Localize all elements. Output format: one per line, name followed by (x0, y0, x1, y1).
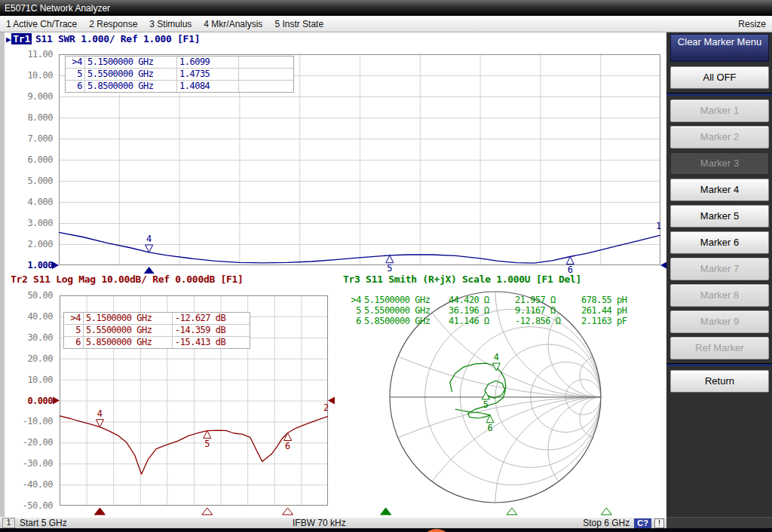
menubar: 1 Active Ch/Trace2 Response3 Stimulus4 M… (0, 16, 772, 32)
trace-number-label: 2 (323, 402, 329, 413)
y-axis-label: 5.000 (0, 175, 53, 187)
marker-6-label: 6 (285, 441, 290, 451)
marker-6-glyph[interactable] (566, 257, 574, 264)
softkey-buttons: All OFFMarker 1Marker 2Marker 3Marker 4M… (666, 66, 772, 393)
tr3-marker-stimulus (507, 508, 517, 515)
marker-table-cell: 5.5500000 GHz (85, 69, 177, 80)
tr2-marker-4-stimulus (94, 508, 105, 515)
y-axis-label: 50.00 (0, 289, 53, 301)
marker-table-cell: 21.957 Ω (513, 295, 580, 305)
window-title: E5071C Network Analyzer (5, 3, 110, 14)
marker-table-cell: -15.413 dB (173, 337, 250, 348)
y-axis-label: -30.00 (0, 457, 53, 469)
marker-5-label: 5 (204, 439, 210, 449)
menu-item-1[interactable]: 1 Active Ch/Trace (6, 19, 77, 29)
menu-item-2[interactable]: 2 Response (89, 19, 137, 29)
marker-table-cell: 1.4084 (177, 81, 239, 92)
alert-indicator[interactable]: ! (654, 518, 664, 528)
marker-4-stimulus-indicator (144, 267, 155, 274)
marker-table-cell: >4 (343, 295, 363, 305)
marker-table-row: 55.5500000 GHz1.4735 (66, 69, 293, 81)
correction-badge: C? (634, 518, 651, 528)
marker-table-row: 65.8500000 GHz-15.413 dB (64, 337, 250, 348)
ref-level-arrow-left (52, 261, 59, 269)
marker-table-cell: 5.1500000 GHz (85, 57, 177, 68)
marker-table-cell: 5.1500000 GHz (363, 295, 447, 305)
statusbar-dark-fill (666, 517, 772, 528)
tr3-marker-stimulus (601, 508, 611, 515)
marker-stimulus-row (0, 506, 666, 517)
softkey-all-off[interactable]: All OFF (670, 66, 769, 89)
active-trace-arrow-icon: ▶ (6, 35, 11, 44)
y-axis-label: -40.00 (0, 478, 53, 491)
status-row: 1 Start 5 GHz IFBW 70 kHz Stop 6 GHz C? … (0, 517, 772, 528)
menu-item-3[interactable]: 3 Stimulus (149, 19, 191, 29)
softkey-menu-title: Clear Marker Menu (670, 34, 769, 62)
marker-table-row: >45.1500000 GHz-12.627 dB (64, 313, 250, 325)
marker-table-cell: 6 (64, 337, 84, 348)
y-axis-label: 4.000 (0, 196, 53, 208)
marker-table-cell: 5.8500000 GHz (85, 81, 177, 92)
tr2-marker-5-stimulus (202, 508, 213, 515)
ref-level-arrow-left (53, 397, 60, 405)
marker-5-label: 5 (387, 263, 392, 274)
marker-table-cell: 6 (66, 81, 85, 92)
ifbw-label: IFBW 70 kHz (293, 518, 346, 528)
marker-table-cell: 41.146 Ω (447, 316, 513, 326)
y-axis-label: 10.00 (0, 69, 53, 81)
marker-table-cell: -12.627 dB (173, 313, 250, 324)
marker-4-label: 4 (146, 234, 152, 244)
titlebar[interactable]: E5071C Network Analyzer (0, 0, 772, 16)
softkey-marker-7: Marker 7 (670, 258, 769, 280)
softkey-return[interactable]: Return (670, 370, 769, 393)
y-axis-label: -10.00 (0, 415, 53, 427)
marker-table-cell: 44.420 Ω (447, 295, 513, 305)
softkey-marker-1: Marker 1 (670, 99, 769, 122)
menu-item-5[interactable]: 5 Instr State (274, 19, 323, 29)
marker-5-label: 5 (483, 399, 489, 410)
marker-table-cell: 5.5500000 GHz (363, 305, 447, 316)
tr3-marker-stimulus (381, 508, 391, 515)
tr1-header-text: S11 SWR 1.000/ Ref 1.000 [F1] (35, 33, 200, 44)
marker-table-cell: 261.44 pH (580, 305, 658, 316)
y-axis-label: 20.00 (0, 353, 53, 365)
y-axis-label: 2.000 (0, 238, 53, 250)
taskbar-icon-peek (421, 529, 452, 532)
softkey-marker-6[interactable]: Marker 6 (670, 231, 769, 254)
stop-frequency: Stop 6 GHz (583, 518, 630, 528)
tr3-marker-table: >45.1500000 GHz44.420 Ω21.957 Ω678.55 pH… (343, 295, 658, 326)
marker-table-row: 65.8500000 GHz41.146 Ω-12.856 Ω2.1163 pF (343, 316, 658, 326)
marker-5-glyph[interactable] (386, 255, 394, 263)
marker-table-cell: 5 (343, 305, 363, 316)
tr2-marker-6-stimulus (283, 508, 293, 515)
marker-table-cell: -14.359 dB (173, 325, 250, 336)
marker-table-row: 65.8500000 GHz1.4084 (66, 81, 293, 92)
softkey-marker-9: Marker 9 (670, 310, 769, 333)
softkey-marker-5[interactable]: Marker 5 (670, 205, 769, 228)
y-axis-label: 10.00 (0, 374, 53, 386)
marker-table-cell: 5.8500000 GHz (363, 316, 447, 326)
y-axis-label: 7.000 (0, 133, 53, 145)
marker-table-row: >45.1500000 GHz1.6099 (66, 57, 293, 69)
y-axis-label: -20.00 (0, 436, 53, 448)
y-axis-label: 40.00 (0, 310, 53, 323)
y-axis-label: 8.000 (0, 112, 53, 124)
marker-6-glyph[interactable] (284, 433, 292, 441)
softkey-marker-4[interactable]: Marker 4 (670, 179, 769, 201)
softkey-separator (666, 93, 772, 96)
y-axis-label: 3.000 (0, 217, 53, 229)
y-axis-label: 1.000 (0, 259, 53, 271)
marker-table-cell: 1.4735 (177, 69, 239, 80)
menu-item-4[interactable]: 4 Mkr/Analysis (204, 19, 262, 29)
softkey-marker-2: Marker 2 (670, 126, 769, 148)
menu-resize[interactable]: Resize (738, 19, 766, 29)
tr1-chip: Tr1 (11, 33, 32, 44)
tr1-marker-table: >45.1500000 GHz1.609955.5500000 GHz1.473… (65, 56, 294, 93)
start-frequency: Start 5 GHz (20, 518, 67, 528)
menu-items: 1 Active Ch/Trace2 Response3 Stimulus4 M… (0, 19, 323, 29)
softkey-marker-3[interactable]: Marker 3 (670, 152, 769, 175)
softkey-ref-marker: Ref Marker (670, 337, 769, 359)
marker-table-cell (239, 69, 293, 80)
y-axis-label: 6.000 (0, 154, 53, 166)
y-axis-label: 30.00 (0, 332, 53, 344)
